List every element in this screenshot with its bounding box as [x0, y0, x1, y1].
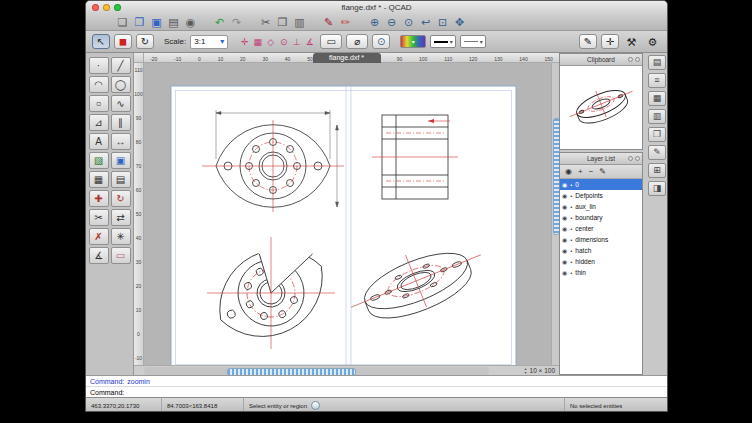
- panel-float-button[interactable]: [628, 57, 633, 62]
- lock-icon[interactable]: •: [570, 237, 572, 243]
- color-select[interactable]: ▾: [400, 35, 426, 48]
- lock-icon[interactable]: •: [570, 248, 572, 254]
- undo-icon[interactable]: ↶: [211, 15, 228, 29]
- layer-row[interactable]: ◉ • Defpoints: [560, 190, 642, 201]
- crosshair-button[interactable]: ✛: [601, 34, 619, 49]
- eye-icon[interactable]: ◉: [562, 269, 567, 276]
- grid-toggle-icon[interactable]: ⊞: [648, 163, 666, 178]
- eye-icon[interactable]: ◉: [562, 258, 567, 265]
- settings-wrench-icon[interactable]: ⚙: [644, 35, 661, 49]
- spline-tool-icon[interactable]: ∿: [111, 95, 131, 112]
- h-scrollbar[interactable]: [144, 367, 489, 375]
- block-list-toggle-icon[interactable]: ▦: [648, 91, 666, 106]
- library-browser-toggle-icon[interactable]: ▥: [648, 109, 666, 124]
- copy-icon[interactable]: ❐: [274, 15, 291, 29]
- eye-icon[interactable]: ◉: [562, 181, 567, 188]
- property-editor-toggle-icon[interactable]: ▤: [648, 55, 666, 70]
- print-preview-icon[interactable]: ◉: [182, 15, 199, 29]
- block-tool-icon[interactable]: ▦: [89, 171, 109, 188]
- snap-free-icon[interactable]: ✛: [238, 37, 251, 47]
- panel-close-button[interactable]: [635, 57, 640, 62]
- scale-select[interactable]: 3:1 ▾: [190, 35, 228, 49]
- snap-grid-icon[interactable]: ▦: [251, 37, 264, 47]
- lock-icon[interactable]: •: [570, 270, 572, 276]
- trim-tool-icon[interactable]: ✂: [89, 209, 109, 226]
- selection-mode-badge[interactable]: [311, 401, 320, 410]
- explode-tool-icon[interactable]: ✳: [111, 228, 131, 245]
- restrict-button[interactable]: ▭: [320, 34, 342, 49]
- selection-pointer-button[interactable]: ↖: [92, 34, 110, 49]
- snap-endpoint-icon[interactable]: ◇: [264, 37, 277, 47]
- move-tool-icon[interactable]: ✚: [89, 190, 109, 207]
- layer-row[interactable]: ◉ • 0: [560, 179, 642, 190]
- dimension-tool-icon[interactable]: ↔: [111, 133, 131, 150]
- close-window-button[interactable]: [92, 4, 99, 11]
- layer-row[interactable]: ◉ • dimensions: [560, 234, 642, 245]
- clipboard-toggle-icon[interactable]: ❐: [648, 127, 666, 142]
- panel-close-button[interactable]: [635, 156, 640, 161]
- delete-tool-icon[interactable]: ✗: [89, 228, 109, 245]
- view-toggle-icon[interactable]: ◨: [648, 181, 666, 196]
- save-file-icon[interactable]: ▣: [148, 15, 165, 29]
- draw-pen-icon[interactable]: ✎: [320, 15, 337, 29]
- layer-list-toggle-icon[interactable]: ≡: [648, 73, 666, 88]
- eye-icon[interactable]: ◉: [562, 203, 567, 210]
- snap-center-icon[interactable]: ⊙: [277, 37, 290, 47]
- grid-stepper[interactable]: ▴▾: [525, 367, 527, 375]
- circle-tool-icon[interactable]: ◯: [111, 76, 131, 93]
- lock-icon[interactable]: •: [570, 193, 572, 199]
- zoom-redraw-button[interactable]: ⊙: [372, 34, 390, 49]
- lock-icon[interactable]: •: [570, 182, 572, 188]
- image-tool-icon[interactable]: ▣: [111, 152, 131, 169]
- add-layer-icon[interactable]: +: [578, 167, 583, 176]
- point-tool-icon[interactable]: ·: [89, 57, 109, 74]
- pen-settings-toggle-icon[interactable]: ✎: [648, 145, 666, 160]
- layer-row[interactable]: ◉ • hatch: [560, 245, 642, 256]
- pan-icon[interactable]: ✥: [451, 15, 468, 29]
- open-file-icon[interactable]: ❒: [131, 15, 148, 29]
- command-input[interactable]: Command:: [86, 386, 668, 397]
- rotate-tool-icon[interactable]: ↻: [111, 190, 131, 207]
- eye-icon[interactable]: ◉: [562, 214, 567, 221]
- eye-icon[interactable]: ◉: [562, 236, 567, 243]
- edit-pen-icon[interactable]: ✏: [337, 15, 354, 29]
- repeat-action-button[interactable]: ↻: [136, 34, 154, 49]
- zoom-out-icon[interactable]: ⊖: [383, 15, 400, 29]
- offset-tool-icon[interactable]: ∥: [111, 114, 131, 131]
- layer-visibility-icon[interactable]: ◉: [565, 167, 572, 176]
- redo-icon[interactable]: ↷: [228, 15, 245, 29]
- zoom-in-icon[interactable]: ⊕: [366, 15, 383, 29]
- polyline-tool-icon[interactable]: ⊿: [89, 114, 109, 131]
- previous-view-icon[interactable]: ↩: [417, 15, 434, 29]
- reset-button[interactable]: ◼: [114, 34, 132, 49]
- layer-row[interactable]: ◉ • hidden: [560, 256, 642, 267]
- lock-icon[interactable]: •: [570, 259, 572, 265]
- remove-layer-icon[interactable]: −: [589, 167, 594, 176]
- draft-mode-button[interactable]: ✎: [579, 34, 597, 49]
- hammer-tools-icon[interactable]: ⚒: [623, 35, 640, 49]
- measure-tool-icon[interactable]: ∡: [89, 247, 109, 264]
- v-scrollbar[interactable]: [551, 63, 559, 365]
- lock-icon[interactable]: •: [570, 204, 572, 210]
- snap-angle-icon[interactable]: ∡: [303, 37, 316, 47]
- scale-tool-icon[interactable]: ⇄: [111, 209, 131, 226]
- ellipse-tool-icon[interactable]: ○: [89, 95, 109, 112]
- layer-row[interactable]: ◉ • center: [560, 223, 642, 234]
- zoom-window-button[interactable]: [114, 4, 121, 11]
- new-file-icon[interactable]: ❏: [114, 15, 131, 29]
- layer-row[interactable]: ◉ • aux_lin: [560, 201, 642, 212]
- lineweight-select[interactable]: ▾: [430, 35, 456, 48]
- zoom-window-icon[interactable]: ⊡: [434, 15, 451, 29]
- edit-layer-icon[interactable]: ✎: [599, 167, 606, 176]
- line-tool-icon[interactable]: ╱: [111, 57, 131, 74]
- linetype-select[interactable]: ▾: [460, 35, 486, 48]
- auto-zoom-icon[interactable]: ⊙: [400, 15, 417, 29]
- snap-perpendicular-icon[interactable]: ⊥: [290, 37, 303, 47]
- arc-tool-icon[interactable]: ◠: [89, 76, 109, 93]
- eraser-tool-icon[interactable]: ▭: [111, 247, 131, 264]
- hatch-tool-icon[interactable]: ▨: [89, 152, 109, 169]
- print-icon[interactable]: ▤: [165, 15, 182, 29]
- eye-icon[interactable]: ◉: [562, 192, 567, 199]
- measure-button[interactable]: ⌀: [346, 34, 368, 49]
- eye-icon[interactable]: ◉: [562, 247, 567, 254]
